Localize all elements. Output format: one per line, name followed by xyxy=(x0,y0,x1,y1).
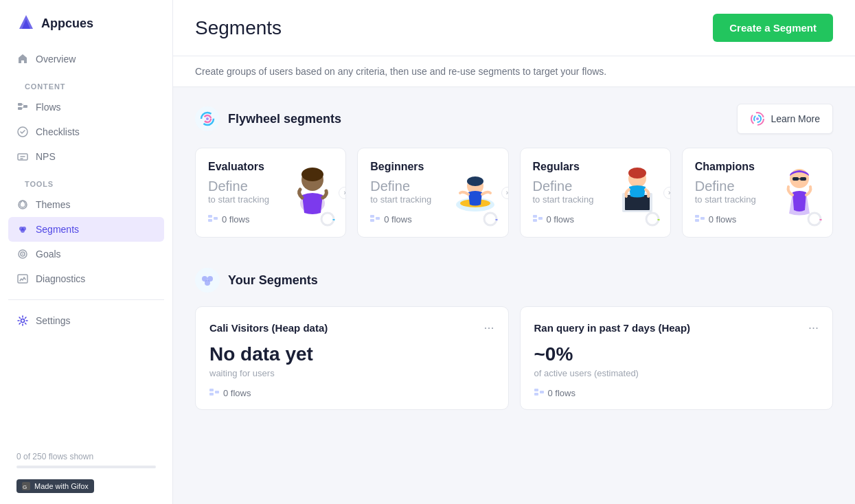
made-with-text: Made with Gifox xyxy=(34,482,89,490)
your-segments-header: Your Segments xyxy=(195,254,833,293)
cali-visitors-flows-count: 0 flows xyxy=(223,388,251,398)
your-segments-title: Your Segments xyxy=(228,273,318,288)
sidebar-item-checklists[interactable]: Checklists xyxy=(8,119,164,144)
sidebar-overview-label: Overview xyxy=(36,54,76,65)
appcues-logo-icon xyxy=(16,14,36,33)
nps-label: NPS xyxy=(36,151,56,162)
diagnostics-label: Diagnostics xyxy=(36,273,85,284)
svg-rect-67 xyxy=(540,391,544,393)
evaluators-svg xyxy=(285,155,340,217)
flows-shown-text: 0 of 250 flows shown xyxy=(16,452,156,461)
home-icon xyxy=(16,53,29,65)
sidebar-item-themes[interactable]: Themes xyxy=(8,192,164,217)
segment-card-ran-query[interactable]: Ran query in past 7 days (Heap) ··· ~0% … xyxy=(520,306,834,410)
sidebar-divider xyxy=(8,299,164,300)
flywheel-card-regulars[interactable]: Regulars Define to start tracking 0 flow… xyxy=(520,148,671,238)
svg-point-10 xyxy=(21,229,25,233)
beginners-flows-icon xyxy=(370,215,380,225)
flywheel-cards: Evaluators Define to start tracking 0 fl… xyxy=(195,148,833,238)
svg-point-44 xyxy=(628,168,646,179)
segment-card-cali-visitors[interactable]: Cali Visitors (Heap data) ··· No data ye… xyxy=(195,306,509,410)
sidebar-item-goals[interactable]: Goals xyxy=(8,242,164,266)
regulars-svg xyxy=(610,155,665,217)
svg-point-61 xyxy=(205,280,210,286)
segments-label: Segments xyxy=(36,224,79,235)
svg-rect-55 xyxy=(695,219,699,222)
sidebar-item-overview[interactable]: Overview xyxy=(8,47,164,71)
ran-query-flows-icon xyxy=(534,389,544,398)
regulars-arrow: › xyxy=(663,187,671,199)
cali-visitors-menu[interactable]: ··· xyxy=(483,321,494,335)
page-title: Segments xyxy=(195,17,282,39)
info-bar-text: Create groups of users based on any crit… xyxy=(195,66,606,77)
main-body: Create groups of users based on any crit… xyxy=(173,56,855,426)
svg-point-15 xyxy=(21,319,25,323)
ran-query-name: Ran query in past 7 days (Heap) xyxy=(534,322,691,334)
svg-rect-2 xyxy=(23,105,27,108)
cali-visitors-stat-label: waiting for users xyxy=(209,368,494,378)
create-segment-button[interactable]: Create a Segment xyxy=(713,14,833,42)
svg-rect-52 xyxy=(800,177,806,181)
themes-label: Themes xyxy=(36,199,71,210)
goals-icon xyxy=(16,248,29,260)
flywheel-card-beginners[interactable]: Beginners Define to start tracking 0 flo… xyxy=(357,148,508,238)
ran-query-menu[interactable]: ··· xyxy=(808,321,819,335)
beginners-svg xyxy=(448,155,503,217)
flows-label: Flows xyxy=(36,102,61,113)
ran-query-flows-count: 0 flows xyxy=(548,388,575,398)
svg-rect-54 xyxy=(695,215,699,218)
svg-rect-14 xyxy=(18,275,27,283)
beginners-ring xyxy=(482,211,499,227)
flywheel-section-header: Flywheel segments Learn More xyxy=(195,104,833,134)
beginners-flows-count: 0 flows xyxy=(384,214,411,225)
content-section-label: CONTENT xyxy=(8,71,164,95)
champions-illustration xyxy=(772,155,827,217)
sidebar: Appcues Overview CONTENT Flows Checklist… xyxy=(0,0,173,504)
flywheel-card-champions[interactable]: Champions Define to start tracking 0 flo… xyxy=(682,148,833,238)
svg-point-39 xyxy=(484,213,497,225)
tools-section-label: TOOLS xyxy=(8,169,164,192)
svg-rect-38 xyxy=(376,217,380,220)
cali-visitors-name: Cali Visitors (Heap data) xyxy=(209,322,328,334)
svg-rect-29 xyxy=(214,217,218,220)
sidebar-item-flows[interactable]: Flows xyxy=(8,95,164,119)
svg-rect-1 xyxy=(18,107,22,110)
svg-point-26 xyxy=(301,168,323,181)
cali-visitors-header: Cali Visitors (Heap data) ··· xyxy=(209,321,494,335)
svg-point-13 xyxy=(22,253,23,255)
main-header: Segments Create a Segment xyxy=(173,0,855,56)
your-segments-section: Your Segments Cali Visitors (Heap data) … xyxy=(173,254,855,426)
ran-query-flows: 0 flows xyxy=(534,388,819,398)
evaluators-arrow: › xyxy=(339,187,346,199)
info-bar: Create groups of users based on any crit… xyxy=(173,56,855,87)
diagnostics-icon xyxy=(16,273,29,285)
champions-flows-icon xyxy=(695,215,705,225)
flywheel-section: Flywheel segments Learn More xyxy=(173,87,855,254)
flywheel-card-evaluators[interactable]: Evaluators Define to start tracking 0 fl… xyxy=(195,148,346,238)
sidebar-item-diagnostics[interactable]: Diagnostics xyxy=(8,266,164,291)
cali-visitors-stat: No data yet xyxy=(209,343,494,365)
regulars-flows-count: 0 flows xyxy=(547,214,574,225)
sidebar-item-segments[interactable]: Segments xyxy=(8,217,164,242)
sidebar-item-settings[interactable]: Settings xyxy=(8,308,164,333)
svg-rect-51 xyxy=(793,177,799,181)
evaluators-ring xyxy=(319,211,336,227)
svg-rect-65 xyxy=(534,389,538,391)
champions-ring xyxy=(806,211,823,227)
ran-query-stat-label: of active users (estimated) xyxy=(534,368,819,378)
svg-point-30 xyxy=(321,213,334,225)
svg-point-57 xyxy=(808,213,821,225)
svg-rect-28 xyxy=(208,219,212,222)
your-segments-cards: Cali Visitors (Heap data) ··· No data ye… xyxy=(195,306,833,410)
svg-rect-0 xyxy=(18,103,22,106)
learn-more-button[interactable]: Learn More xyxy=(737,104,833,134)
goals-label: Goals xyxy=(36,249,61,260)
svg-point-48 xyxy=(646,213,659,225)
svg-line-4 xyxy=(22,107,23,108)
svg-rect-47 xyxy=(538,217,543,220)
flywheel-icon xyxy=(195,106,220,131)
cali-visitors-flows: 0 flows xyxy=(209,388,494,398)
svg-point-20 xyxy=(206,117,209,120)
sidebar-item-nps[interactable]: NPS xyxy=(8,144,164,169)
regulars-illustration xyxy=(610,155,665,217)
